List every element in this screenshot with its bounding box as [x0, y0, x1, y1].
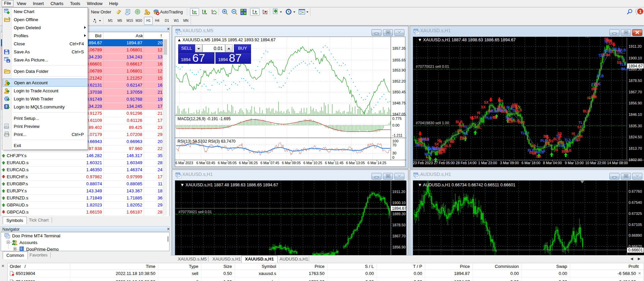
svg-text:SS: SS	[425, 137, 429, 141]
svg-text:#70770021 sell 0.01: #70770021 sell 0.01	[179, 210, 212, 214]
svg-text:1856.90: 1856.90	[629, 101, 642, 105]
svg-text:#70419830 sell 1.00: #70419830 sell 1.00	[416, 121, 449, 125]
svg-text:WLB: WLB	[433, 147, 441, 151]
svg-text:0.66890: 0.66890	[629, 233, 642, 237]
svg-text:SS: SS	[576, 138, 581, 142]
svg-text:SS: SS	[508, 120, 513, 124]
svg-text:1894.67: 1894.67	[392, 206, 406, 211]
svg-text:1824.50: 1824.50	[629, 135, 642, 139]
svg-text:SX: SX	[543, 135, 548, 138]
svg-text:0.67760: 0.67760	[629, 189, 642, 193]
svg-text:SS: SS	[593, 87, 598, 90]
svg-text:1: 1	[639, 9, 641, 14]
svg-text:HI: HI	[585, 37, 589, 38]
svg-text:0.775: 0.775	[392, 116, 402, 121]
svg-text:30: 30	[392, 151, 396, 155]
svg-text:LX: LX	[499, 102, 504, 106]
svg-text:BLB: BLB	[460, 136, 467, 140]
svg-text:SS: SS	[557, 132, 562, 136]
svg-text:1878.50: 1878.50	[629, 79, 642, 83]
svg-text:TL: TL	[621, 57, 625, 60]
svg-text:HL: HL	[492, 115, 497, 119]
svg-text:SX: SX	[580, 129, 585, 132]
svg-text:HI: HI	[477, 111, 480, 115]
svg-text:SX: SX	[484, 101, 489, 104]
svg-text:MACD(12,26,9) -0.191 -1.695: MACD(12,26,9) -0.191 -1.695	[178, 116, 231, 121]
svg-text:1835.30: 1835.30	[629, 124, 642, 128]
svg-text:#70770021 sell 0.01: #70770021 sell 0.01	[416, 64, 449, 68]
svg-text:1848.75: 1848.75	[392, 101, 406, 105]
svg-text:1900.10: 1900.10	[629, 56, 642, 60]
svg-text:0.00: 0.00	[392, 123, 399, 127]
svg-text:0.67325: 0.67325	[629, 212, 642, 216]
svg-text:LX: LX	[516, 106, 521, 109]
svg-text:1852.20: 1852.20	[392, 79, 406, 83]
svg-text:BH: BH	[594, 82, 599, 86]
svg-text:HI: HI	[439, 140, 442, 144]
svg-text:1867.70: 1867.70	[629, 90, 642, 94]
svg-text:SS: SS	[549, 139, 554, 143]
svg-text:HM: HM	[437, 151, 443, 155]
svg-text:TL: TL	[464, 125, 468, 129]
svg-text:0.67105: 0.67105	[629, 223, 642, 227]
svg-text:WLB: WLB	[604, 49, 612, 53]
svg-text:BLB: BLB	[553, 137, 560, 141]
svg-text:HI: HI	[587, 96, 591, 100]
svg-text:PLB: PLB	[597, 74, 604, 78]
svg-text:WLB: WLB	[536, 150, 544, 154]
svg-text:TL: TL	[498, 108, 502, 112]
svg-text:SX: SX	[457, 129, 462, 133]
svg-text:BLB: BLB	[564, 149, 572, 152]
svg-text:WLB: WLB	[613, 47, 621, 51]
svg-text:BH: BH	[536, 155, 541, 158]
svg-text:HM: HM	[577, 135, 583, 138]
svg-text:-1.211: -1.211	[392, 133, 402, 137]
svg-text:BLB: BLB	[583, 109, 590, 113]
svg-text:RSI(13) 58.5332 RSI(3) 63,747: RSI(13) 58.5332 RSI(3) 63,7470	[178, 139, 236, 144]
svg-text:▲ XAUUSD.s,M5 1894.15 1895.42: ▲ XAUUSD.s,M5 1894.15 1895.42 1893.92 18…	[177, 38, 276, 42]
svg-text:TL: TL	[579, 121, 583, 125]
svg-text:HI: HI	[555, 148, 558, 152]
svg-text:TL: TL	[464, 132, 468, 136]
svg-text:1847.05: 1847.05	[392, 112, 406, 116]
svg-text:TLS: TLS	[559, 144, 565, 148]
svg-text:PLB: PLB	[485, 116, 492, 120]
svg-text:HL: HL	[470, 116, 474, 120]
svg-text:HI: HI	[450, 140, 453, 144]
svg-text:1856.90: 1856.90	[392, 245, 406, 249]
svg-text:SX: SX	[474, 115, 479, 119]
svg-text:1911.20: 1911.20	[629, 44, 642, 48]
svg-text:TLS: TLS	[598, 54, 605, 57]
svg-text:1855.65: 1855.65	[392, 58, 406, 62]
svg-text:LX: LX	[508, 107, 512, 111]
svg-text:1878.50: 1878.50	[392, 223, 406, 227]
svg-text:1802.90: 1802.90	[629, 158, 642, 162]
svg-text:100: 100	[392, 139, 398, 143]
svg-text:HI: HI	[572, 132, 575, 136]
svg-text:1894.67: 1894.67	[628, 64, 643, 68]
svg-text:SS: SS	[617, 61, 622, 64]
svg-text:▼ XAUUSD.s,H1 1887.48 1898.63: ▼ XAUUSD.s,H1 1887.48 1898.63 1886.65 18…	[418, 38, 516, 42]
svg-text:1911.20: 1911.20	[392, 190, 405, 194]
svg-text:0.66601: 0.66601	[628, 248, 643, 252]
svg-text:0: 0	[392, 155, 394, 159]
svg-text:PLB: PLB	[528, 149, 535, 152]
svg-text:70: 70	[392, 143, 396, 147]
svg-text:1850.45: 1850.45	[392, 90, 406, 94]
svg-text:WLB: WLB	[425, 152, 432, 156]
svg-text:1813.70: 1813.70	[629, 146, 642, 150]
svg-text:TLS: TLS	[521, 131, 527, 135]
svg-text:1867.70: 1867.70	[392, 234, 406, 238]
svg-text:0.67540: 0.67540	[629, 200, 642, 204]
svg-text:SS: SS	[591, 94, 596, 98]
svg-text:TL: TL	[416, 143, 420, 147]
svg-text:SX: SX	[481, 105, 486, 109]
svg-text:SX: SX	[434, 142, 439, 146]
svg-text:1889.30: 1889.30	[392, 212, 406, 216]
svg-text:1846.10: 1846.10	[629, 112, 642, 116]
svg-text:SS: SS	[607, 39, 612, 43]
svg-text:HL: HL	[477, 126, 481, 129]
svg-text:▼ XAUUSD.s,H1 1887.48 1898.63: ▼ XAUUSD.s,H1 1887.48 1898.63 1886.65 18…	[180, 183, 278, 187]
svg-text:HI: HI	[532, 144, 535, 148]
svg-text:PLB: PLB	[541, 139, 547, 143]
